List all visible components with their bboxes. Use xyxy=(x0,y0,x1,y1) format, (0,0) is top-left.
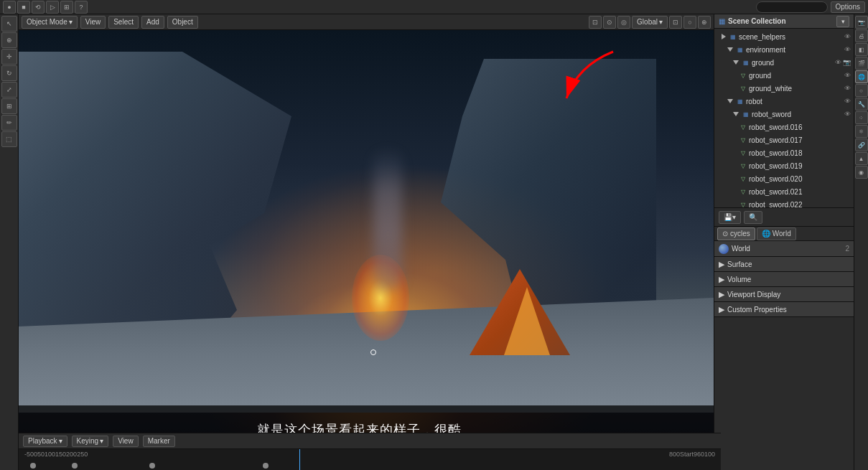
timeline-panel: Playback ▾ Keying ▾ View Marker -50 0 50… xyxy=(19,433,721,470)
visibility-icon[interactable]: 👁 xyxy=(844,72,851,79)
view-menu[interactable]: View xyxy=(80,16,106,29)
volume-label: Volume xyxy=(727,276,751,283)
cursor-tool-btn[interactable]: ⊕ xyxy=(1,32,17,48)
outliner-item-ground-mesh[interactable]: ▽ ground 👁 xyxy=(714,69,854,82)
timeline-view-menu[interactable]: View xyxy=(113,436,139,447)
visibility-icon[interactable]: 👁 xyxy=(844,85,851,92)
material-icon[interactable]: ◉ xyxy=(855,166,868,179)
snap-btn[interactable]: ⊡ xyxy=(669,16,682,29)
keying-menu[interactable]: Keying ▾ xyxy=(72,436,109,447)
visibility-icon[interactable]: 👁 xyxy=(844,33,851,40)
outliner-item-rs020[interactable]: ▽ robot_sword.020 xyxy=(714,172,854,185)
data-icon[interactable]: ▲ xyxy=(855,152,868,165)
viewport-display-header[interactable]: ▶ Viewport Display xyxy=(714,287,854,301)
visibility-icon[interactable]: 👁 xyxy=(835,59,841,66)
pivot-btn[interactable]: ⊕ xyxy=(698,16,711,29)
move-tool-btn[interactable]: ✛ xyxy=(1,49,17,65)
timeline-marker[interactable] xyxy=(149,463,155,469)
world-tab[interactable]: 🌐 World xyxy=(757,227,796,240)
outliner-item-rs016[interactable]: ▽ robot_sword.016 xyxy=(714,121,854,133)
volume-section: ▶ Volume xyxy=(714,272,854,287)
scale-tool-btn[interactable]: ⤢ xyxy=(1,82,17,98)
top-bar-left: ● ■ ⟲ ▷ ⊞ ? xyxy=(3,1,88,14)
select-menu[interactable]: Select xyxy=(108,16,139,29)
properties-search-btn[interactable]: 🔍 xyxy=(744,211,762,224)
blender-icon[interactable]: ● xyxy=(3,1,16,14)
object-menu[interactable]: Object xyxy=(167,16,198,29)
playback-menu[interactable]: Playback ▾ xyxy=(23,436,67,447)
expand-icon xyxy=(722,34,726,39)
file-icon[interactable]: ■ xyxy=(17,1,30,14)
outliner-item-robot-sword[interactable]: ▦ robot_sword 👁 xyxy=(714,108,854,121)
object-props-icon[interactable]: ○ xyxy=(855,84,868,97)
mesh-icon: ▽ xyxy=(739,123,747,131)
outliner-item-rs017[interactable]: ▽ robot_sword.017 xyxy=(714,133,854,146)
outliner-item-robot[interactable]: ▦ robot 👁 xyxy=(714,95,854,108)
world-sphere-icon xyxy=(719,244,729,254)
physics-icon[interactable]: ⚛ xyxy=(855,125,868,138)
visibility-icon[interactable]: 👁 xyxy=(844,46,851,53)
particles-icon[interactable]: ⁘ xyxy=(855,111,868,124)
object-mode-dropdown[interactable]: Object Mode ▾ xyxy=(22,16,78,29)
properties-save-btn[interactable]: 💾▾ xyxy=(719,211,741,224)
outliner-item-rs019[interactable]: ▽ robot_sword.019 xyxy=(714,159,854,172)
annotate-tool-btn[interactable]: ✏ xyxy=(1,115,17,131)
triangle-right-icon: ▶ xyxy=(719,290,724,299)
add-menu[interactable]: Add xyxy=(141,16,164,29)
top-search-input[interactable] xyxy=(756,1,828,13)
outliner-filter-btn[interactable]: ▾ xyxy=(836,16,849,27)
outliner-item-scene-helpers[interactable]: ▦ scene_helpers 👁 xyxy=(714,30,854,43)
viewport-display-section: ▶ Viewport Display xyxy=(714,287,854,302)
mesh-icon: ▽ xyxy=(739,161,747,170)
marker-menu[interactable]: Marker xyxy=(143,436,175,447)
surface-header[interactable]: ▶ Surface xyxy=(714,257,854,271)
proportional-btn[interactable]: ○ xyxy=(683,16,696,29)
gizmo-btn[interactable]: ◎ xyxy=(617,16,630,29)
world-props-icon[interactable]: 🌐 xyxy=(855,70,868,83)
top-search xyxy=(756,1,828,13)
select-tool-btn[interactable]: ↖ xyxy=(1,16,17,32)
outliner-item-ground-coll[interactable]: ▦ ground 👁 📷 xyxy=(714,56,854,69)
view-layer-icon[interactable]: ◧ xyxy=(855,43,868,56)
timeline-marker[interactable] xyxy=(30,463,36,469)
outliner-item-rs018[interactable]: ▽ robot_sword.018 xyxy=(714,146,854,159)
overlays-btn[interactable]: ⊙ xyxy=(603,16,616,29)
window-icon[interactable]: ⊞ xyxy=(60,1,73,14)
viewport-header: Object Mode ▾ View Select Add Object ⊡ ⊙… xyxy=(19,14,714,30)
custom-props-header[interactable]: ▶ Custom Properties xyxy=(714,302,854,316)
scene-props-icon[interactable]: 🎬 xyxy=(855,57,868,70)
visibility-icon[interactable]: 👁 xyxy=(844,111,851,118)
constraints-icon[interactable]: 🔗 xyxy=(855,138,868,151)
world-num: 2 xyxy=(845,245,849,253)
timeline-track[interactable]: -50 0 50 100 150 200 250 800 Start 960 1… xyxy=(19,449,721,470)
triangle-right-icon: ▶ xyxy=(719,305,724,314)
top-bar: ● ■ ⟲ ▷ ⊞ ? Options xyxy=(0,0,868,14)
render-icon[interactable]: ▷ xyxy=(46,1,59,14)
outliner-item-rs022[interactable]: ▽ robot_sword.022 xyxy=(714,198,854,207)
render-props-icon[interactable]: 📷 xyxy=(855,16,868,29)
cycles-tab[interactable]: ⊙ cycles xyxy=(717,227,755,240)
triangle-right-icon: ▶ xyxy=(719,260,724,269)
outliner-item-environment[interactable]: ▦ environment 👁 xyxy=(714,43,854,56)
output-props-icon[interactable]: 🖨 xyxy=(855,29,868,42)
outliner-item-rs021[interactable]: ▽ robot_sword.021 xyxy=(714,185,854,198)
viewport-shading-btn[interactable]: ⊡ xyxy=(589,16,602,29)
collection-icon: ▦ xyxy=(736,97,745,105)
visibility-icon[interactable]: 👁 xyxy=(844,98,851,105)
camera-icon[interactable]: 📷 xyxy=(843,59,851,66)
properties-tabs: ⊙ cycles 🌐 World xyxy=(714,227,854,241)
viewport-3d[interactable]: 就是这个场景看起来的样子，很酷。 exactly how the scene w… xyxy=(19,30,714,470)
options-button[interactable]: Options xyxy=(831,1,865,13)
timeline-numbers: -50 0 50 100 150 200 250 800 Start 960 1… xyxy=(19,451,721,458)
outliner-item-ground-white[interactable]: ▽ ground_white 👁 xyxy=(714,82,854,95)
timeline-marker[interactable] xyxy=(72,463,78,469)
edit-icon[interactable]: ⟲ xyxy=(32,1,45,14)
transform-tool-btn[interactable]: ⊞ xyxy=(1,98,17,114)
measure-tool-btn[interactable]: ⬚ xyxy=(1,131,17,147)
rotate-tool-btn[interactable]: ↻ xyxy=(1,65,17,81)
help-icon[interactable]: ? xyxy=(75,1,88,14)
global-dropdown[interactable]: Global ▾ xyxy=(632,16,668,29)
timeline-marker[interactable] xyxy=(263,463,269,469)
volume-header[interactable]: ▶ Volume xyxy=(714,272,854,286)
modifier-icon[interactable]: 🔧 xyxy=(855,98,868,111)
